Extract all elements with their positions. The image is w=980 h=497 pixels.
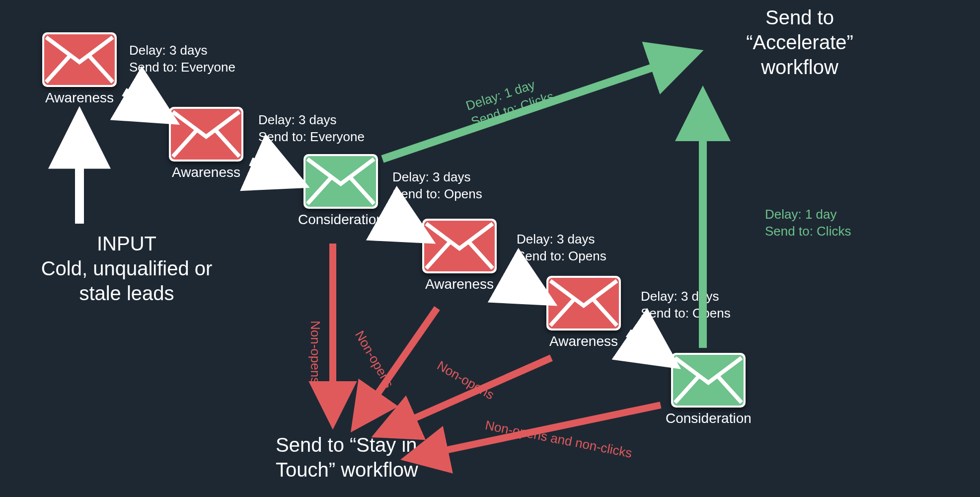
envelope-icon: [422, 219, 497, 273]
node-awareness-2: Awareness: [169, 107, 243, 180]
rule-5: Delay: 3 daysSend to: Opens: [641, 288, 731, 322]
node-awareness-4: Awareness: [546, 276, 621, 349]
diagram-stage: INPUT Cold, unqualified or stale leads S…: [0, 0, 980, 497]
path-nonopens-clicks: Non-opens and non-clicks: [484, 417, 633, 461]
rule-4: Delay: 3 daysSend to: Opens: [517, 231, 606, 265]
rule-2: Delay: 3 daysSend to: Everyone: [258, 112, 365, 146]
rule-3: Delay: 3 daysSend to: Opens: [392, 169, 482, 203]
path-nonopens-3: Non-opens: [435, 358, 497, 403]
path-nonopens-2: Non-opens: [352, 328, 396, 391]
node-awareness-3: Awareness: [422, 219, 497, 292]
rule-1: Delay: 3 daysSend to: Everyone: [129, 42, 235, 76]
node-label: Consideration: [666, 411, 752, 426]
node-consideration-1: Consideration: [298, 154, 384, 228]
svg-line-7: [124, 92, 166, 117]
rule-click-2: Delay: 1 daySend to: Clicks: [765, 206, 851, 240]
accelerate-block: Send to “Accelerate” workflow: [695, 5, 904, 80]
envelope-icon: [169, 107, 243, 162]
path-nonopens-1: Non-opens: [307, 321, 323, 384]
node-label: Awareness: [169, 165, 243, 180]
input-title: INPUT: [20, 231, 233, 256]
stay-in-touch-block: Send to “Stay in Touch” workflow: [276, 432, 474, 482]
rule-click-1: Delay: 1 daySend to: Clicks: [464, 72, 556, 131]
envelope-icon: [671, 353, 746, 408]
svg-line-11: [628, 333, 668, 360]
node-label: Awareness: [422, 276, 497, 292]
envelope-icon: [546, 276, 621, 331]
svg-line-8: [251, 162, 296, 181]
node-label: Awareness: [546, 333, 621, 349]
input-block: INPUT Cold, unqualified or stale leads: [20, 231, 233, 306]
svg-line-9: [382, 214, 422, 236]
svg-line-10: [504, 276, 544, 298]
node-label: Awareness: [42, 90, 117, 106]
svg-line-16: [382, 358, 551, 432]
node-awareness-1: Awareness: [42, 32, 117, 106]
envelope-icon: [42, 32, 117, 87]
envelope-icon: [303, 154, 378, 209]
node-label: Consideration: [298, 212, 384, 228]
node-consideration-2: Consideration: [666, 353, 752, 426]
input-subtitle: Cold, unqualified or stale leads: [20, 256, 233, 306]
